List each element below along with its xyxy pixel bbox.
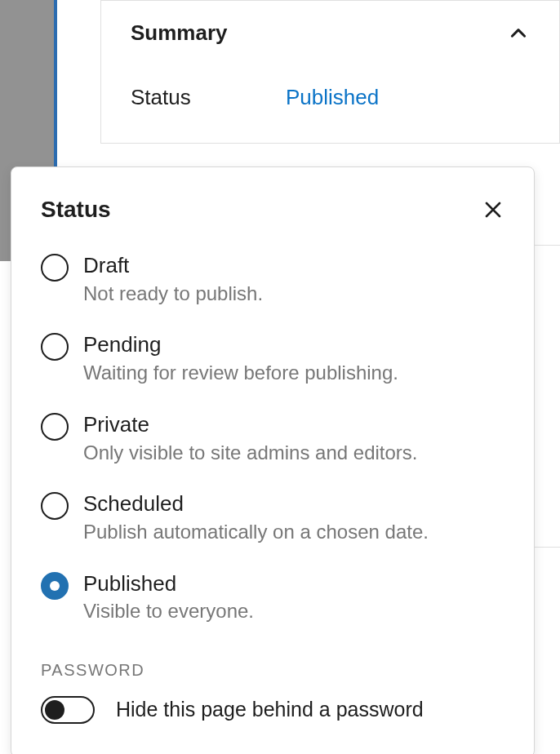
radio-icon-selected [41, 572, 69, 600]
summary-status-label: Status [131, 85, 286, 110]
radio-label: Scheduled [83, 490, 429, 518]
password-toggle-label: Hide this page behind a password [116, 698, 424, 721]
status-popover: Status Draft Not ready to publish. Pendi… [11, 166, 535, 754]
summary-panel: Summary Status Published [100, 0, 560, 144]
radio-label: Published [83, 570, 254, 598]
radio-icon [41, 333, 69, 361]
radio-label: Private [83, 411, 418, 439]
status-option-draft[interactable]: Draft Not ready to publish. [41, 252, 504, 307]
radio-desc: Not ready to publish. [83, 280, 263, 308]
password-heading: Password [41, 661, 504, 680]
radio-desc: Only visible to site admins and editors. [83, 439, 418, 467]
popover-header: Status [41, 197, 504, 223]
radio-desc: Visible to everyone. [83, 597, 254, 625]
radio-label: Pending [83, 331, 398, 359]
chevron-up-icon[interactable] [507, 22, 530, 45]
status-radio-group: Draft Not ready to publish. Pending Wait… [41, 252, 504, 625]
toggle-knob [45, 700, 64, 720]
radio-desc: Publish automatically on a chosen date. [83, 518, 429, 546]
radio-icon [41, 413, 69, 441]
radio-icon [41, 254, 69, 282]
status-option-private[interactable]: Private Only visible to site admins and … [41, 411, 504, 466]
password-section: Password Hide this page behind a passwor… [41, 661, 504, 724]
summary-header[interactable]: Summary [131, 20, 530, 46]
summary-status-row: Status Published [131, 85, 530, 110]
summary-status-value[interactable]: Published [286, 85, 379, 110]
summary-title: Summary [131, 20, 228, 46]
status-option-pending[interactable]: Pending Waiting for review before publis… [41, 331, 504, 386]
close-icon[interactable] [482, 198, 504, 221]
password-toggle[interactable] [41, 696, 95, 724]
radio-label: Draft [83, 252, 263, 280]
radio-icon [41, 492, 69, 520]
status-option-published[interactable]: Published Visible to everyone. [41, 570, 504, 625]
radio-desc: Waiting for review before publishing. [83, 359, 398, 387]
password-toggle-row: Hide this page behind a password [41, 696, 504, 724]
status-option-scheduled[interactable]: Scheduled Publish automatically on a cho… [41, 490, 504, 545]
popover-title: Status [41, 197, 111, 223]
